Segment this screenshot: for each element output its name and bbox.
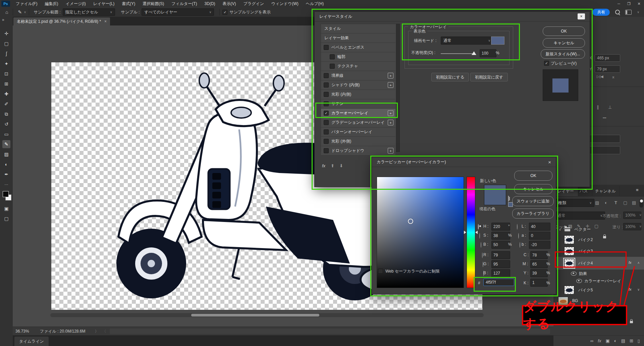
effects-label[interactable]: 効果 bbox=[579, 271, 587, 277]
layer-filter-select[interactable]: 種類∨ bbox=[555, 199, 594, 207]
lasso-tool[interactable]: ʃ bbox=[2, 50, 10, 58]
filter-toggle[interactable] bbox=[639, 199, 643, 208]
gradient-tool[interactable]: ▨ bbox=[2, 150, 10, 158]
menu-type[interactable]: 書式(Y) bbox=[118, 0, 139, 7]
move-tool[interactable]: ✛ bbox=[2, 30, 10, 38]
l-field[interactable]: 40 bbox=[529, 223, 550, 231]
effect-name[interactable]: カラーオーバーレイ bbox=[584, 278, 621, 284]
layer-mask-icon[interactable]: ▣ bbox=[605, 338, 609, 343]
filter-smart-object-icon[interactable]: ▤ bbox=[632, 200, 636, 205]
layer-row[interactable]: バイク2 bbox=[553, 234, 644, 245]
eye-icon[interactable] bbox=[571, 272, 577, 276]
chevron-left-icon[interactable]: 〈 bbox=[102, 329, 106, 334]
dodge-tool[interactable]: ◐ bbox=[2, 160, 10, 168]
opacity-slider[interactable] bbox=[441, 53, 475, 54]
foreground-color-swatch[interactable] bbox=[3, 191, 9, 197]
checkbox[interactable] bbox=[324, 101, 329, 106]
blend-mode-select[interactable]: 通常∨ bbox=[441, 37, 493, 45]
style-item-bevel[interactable]: ベベルとエンボス bbox=[321, 43, 395, 52]
dialog-titlebar[interactable]: レイヤースタイル × bbox=[315, 12, 590, 21]
link-icon[interactable]: ∞ bbox=[590, 338, 593, 343]
cancel-button[interactable]: キャンセル bbox=[514, 184, 552, 194]
new-style-button[interactable]: 新規スタイル(W)... bbox=[541, 49, 585, 59]
g-field[interactable]: 95 bbox=[491, 260, 510, 268]
x-field[interactable]: 465 px bbox=[595, 54, 620, 62]
add-effect-icon[interactable]: + bbox=[388, 82, 393, 88]
new-group-icon[interactable]: ▤ bbox=[621, 338, 625, 343]
ok-button[interactable]: OK bbox=[514, 171, 552, 181]
a-field[interactable]: 0 bbox=[529, 232, 550, 240]
move-effect-up-icon[interactable]: ⬆ bbox=[331, 163, 334, 168]
style-list-header[interactable]: レイヤー効果 bbox=[321, 34, 395, 43]
tab-paths[interactable]: パス bbox=[576, 186, 592, 196]
brush-tool[interactable]: ✐ bbox=[2, 100, 10, 108]
web-color-cube-icon[interactable] bbox=[508, 196, 509, 201]
a-radio[interactable] bbox=[518, 233, 519, 239]
style-item-outer-glow[interactable]: 光彩 (外側) bbox=[321, 137, 395, 146]
sample-size-select[interactable]: 指定したピクセル∨ bbox=[63, 8, 115, 16]
menu-window[interactable]: ウィンドウ(W) bbox=[268, 0, 302, 7]
object-selection-tool[interactable]: ✦ bbox=[2, 60, 10, 68]
r-radio[interactable] bbox=[482, 252, 483, 258]
scrollbar-thumb[interactable] bbox=[191, 314, 319, 316]
hue-arrow-right-icon[interactable] bbox=[475, 231, 478, 234]
clone-stamp-tool[interactable]: ⧉ bbox=[2, 110, 10, 118]
hue-slider[interactable] bbox=[467, 177, 475, 288]
maximize-button[interactable]: ❐ bbox=[624, 0, 634, 7]
layer-row[interactable]: バイク5 fx ∨ bbox=[553, 284, 644, 296]
checkbox[interactable] bbox=[324, 129, 329, 134]
y-field[interactable]: 79 px bbox=[595, 65, 620, 73]
delete-layer-icon[interactable]: ▯ bbox=[638, 338, 640, 343]
opacity-field[interactable]: 100 bbox=[480, 49, 496, 57]
hue-arrow-left-icon[interactable] bbox=[464, 231, 466, 234]
layer-name[interactable]: バイク4 bbox=[578, 261, 593, 266]
checkbox[interactable] bbox=[324, 82, 329, 88]
style-item-drop-shadow[interactable]: ドロップシャドウ+ bbox=[321, 146, 395, 156]
add-to-swatches-button[interactable]: スウォッチに追加 bbox=[512, 196, 554, 206]
pen-tool[interactable]: ✒ bbox=[2, 170, 10, 178]
chevron-down-icon[interactable]: ∨ bbox=[637, 10, 639, 14]
close-dialog-icon[interactable]: × bbox=[548, 159, 551, 165]
blend-mode-select[interactable]: 通常∨ bbox=[555, 212, 605, 220]
flip-horizontal-icon[interactable]: ▷|◀ bbox=[597, 74, 603, 79]
b-field[interactable]: 50 bbox=[491, 241, 510, 249]
property-field[interactable] bbox=[589, 135, 620, 143]
filter-pixel-icon[interactable]: ▨ bbox=[595, 200, 599, 205]
chevron-right-icon[interactable]: 〉 bbox=[95, 329, 99, 334]
tab-layers[interactable]: レイヤー bbox=[553, 186, 578, 196]
healing-brush-tool[interactable]: ✚ bbox=[2, 90, 10, 98]
filter-shape-icon[interactable]: ▢ bbox=[623, 200, 627, 205]
style-item-texture[interactable]: テクスチャ bbox=[321, 62, 395, 71]
color-libraries-button[interactable]: カラーライブラリ bbox=[512, 209, 554, 219]
color-overlay-effect-row[interactable]: カラーオーバーレイ bbox=[553, 277, 644, 284]
k-field[interactable]: 1 bbox=[530, 279, 548, 287]
menu-3d[interactable]: 3D(D) bbox=[201, 0, 219, 7]
h-radio[interactable] bbox=[478, 224, 479, 230]
style-item-satin[interactable]: サテン bbox=[321, 99, 395, 109]
close-tab-icon[interactable]: × bbox=[104, 19, 107, 24]
menu-plugins[interactable]: プラグイン bbox=[240, 0, 268, 7]
h-field[interactable]: 220 bbox=[491, 223, 510, 231]
marquee-tool[interactable]: ▢ bbox=[2, 40, 10, 48]
add-effect-icon[interactable]: + bbox=[388, 148, 393, 154]
b-radio[interactable] bbox=[481, 242, 481, 248]
adjustment-layer-icon[interactable]: ◐ bbox=[614, 338, 617, 343]
panel-menu-icon[interactable]: ≡ bbox=[636, 187, 639, 192]
workspace-icon[interactable] bbox=[625, 10, 632, 15]
eraser-tool[interactable]: ▭ bbox=[2, 130, 10, 138]
opacity-slider-thumb[interactable] bbox=[472, 51, 476, 55]
close-dialog-icon[interactable]: × bbox=[578, 13, 585, 19]
close-button[interactable]: ✕ bbox=[634, 0, 644, 7]
checkbox-checked[interactable] bbox=[324, 111, 329, 116]
minimize-button[interactable]: ─ bbox=[614, 0, 624, 7]
m-field[interactable]: 65 bbox=[530, 260, 548, 268]
dialog-titlebar[interactable]: カラーピッカー (オーバーレイカラー) × bbox=[372, 157, 556, 167]
checkbox[interactable] bbox=[324, 45, 329, 50]
style-list-header[interactable]: スタイル bbox=[321, 24, 395, 34]
flip-vertical-icon[interactable]: ⌅ bbox=[611, 74, 615, 79]
menu-filter[interactable]: フィルター(T) bbox=[168, 0, 201, 7]
style-item-stroke[interactable]: 境界線+ bbox=[321, 71, 395, 80]
distribute-icon[interactable]: ⊥ bbox=[608, 105, 612, 110]
layer-row-selected[interactable]: バイク4 fx ∧ bbox=[553, 257, 644, 270]
eyedropper-tool[interactable]: ✎ bbox=[2, 140, 10, 148]
